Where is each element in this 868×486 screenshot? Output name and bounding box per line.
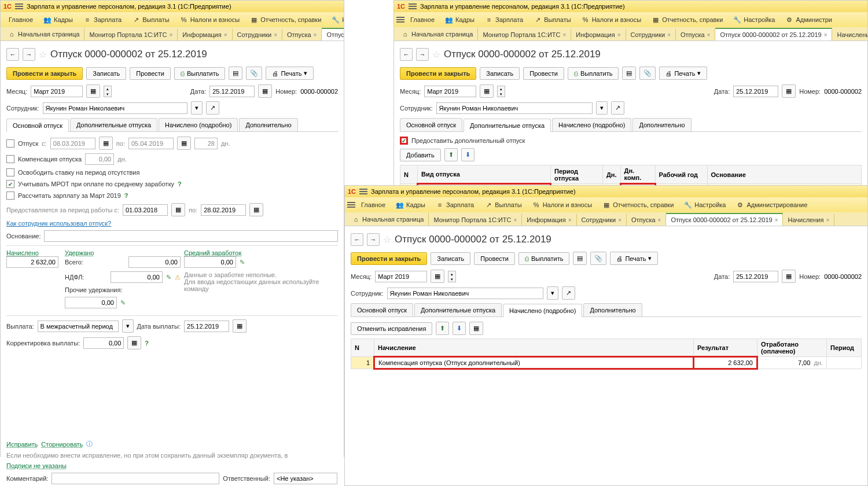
fld-month[interactable] (31, 86, 83, 97)
formtab-accrued[interactable]: Начислено (подробно) (159, 118, 238, 131)
fld-comment[interactable] (52, 473, 219, 484)
btn-add[interactable]: Добавить (400, 149, 441, 161)
btn-pay[interactable]: ⎙Выплатить (174, 67, 225, 80)
fld-reason[interactable] (44, 230, 338, 242)
formtab-more[interactable]: Дополнительно (239, 118, 297, 131)
fld-from[interactable] (50, 138, 95, 149)
close-icon[interactable]: × (169, 32, 172, 38)
show-icon[interactable]: ▦ (469, 322, 483, 335)
tab-info[interactable]: Информация× (178, 29, 232, 41)
btn-attach[interactable]: 📎 (246, 67, 262, 80)
nav-fwd[interactable]: → (416, 48, 429, 61)
formtab-main[interactable]: Основной отпуск (6, 119, 69, 132)
hamburger-icon[interactable] (396, 17, 404, 23)
btn-proceed-close[interactable]: Провести и закрыть (6, 67, 83, 80)
month-picker-icon[interactable]: ▦ (86, 84, 100, 98)
fld-p2[interactable] (201, 204, 246, 216)
tab-doc[interactable]: Отпуск 0000-000002 от 25.12.2019× (322, 28, 344, 41)
nav-fwd[interactable]: → (367, 233, 380, 246)
menu-nastroika[interactable]: 🔧Настройка (327, 14, 344, 25)
month-spinner[interactable]: ▴▾ (104, 86, 112, 97)
nav-back[interactable]: ← (400, 48, 413, 61)
hamburger-icon[interactable] (15, 3, 23, 9)
menu-main[interactable]: Главное (4, 14, 38, 25)
link-avg[interactable]: Средний заработок (184, 249, 338, 256)
star-icon[interactable]: ☆ (432, 49, 440, 60)
calendar-icon[interactable]: ▦ (177, 137, 191, 150)
calendar-icon[interactable]: ▦ (249, 203, 263, 216)
chk-free[interactable] (6, 168, 14, 176)
nav-back[interactable]: ← (351, 233, 363, 246)
fld-p1[interactable] (123, 204, 168, 216)
move-up-icon[interactable]: ⬆ (436, 322, 449, 335)
fld-date[interactable] (209, 86, 255, 97)
fld-corr[interactable] (83, 337, 124, 349)
nav-fwd[interactable]: → (23, 48, 35, 61)
close-icon[interactable]: × (314, 32, 317, 38)
hamburger-icon[interactable] (359, 189, 367, 194)
edit-icon[interactable]: ✎ (166, 274, 171, 281)
chk-comp[interactable] (6, 155, 14, 163)
formtab-accrued[interactable]: Начислено (подробно) (503, 304, 582, 317)
edit-icon[interactable]: ✎ (120, 299, 126, 307)
link-sign[interactable]: Подписи не указаны (6, 462, 67, 469)
chk-mrot[interactable]: ✔ (6, 180, 14, 188)
menu-zarplata[interactable]: ≡Зарплата (79, 14, 126, 25)
chk-vacation[interactable] (6, 139, 14, 148)
cell-result[interactable]: 2 632,00 (694, 357, 757, 369)
fld-paywhen[interactable] (38, 321, 119, 332)
btn-fill[interactable]: ▤ (229, 67, 242, 80)
menu-nalogi[interactable]: %Налоги и взносы (175, 14, 245, 25)
fld-to[interactable] (128, 138, 174, 149)
fld-emp[interactable] (43, 102, 187, 114)
open-icon[interactable]: ↗ (206, 101, 219, 115)
fld-resp[interactable] (274, 473, 337, 484)
dropdown-icon[interactable]: ▾ (191, 101, 203, 115)
link-hold[interactable]: Удержано (65, 249, 181, 256)
menu-otchet[interactable]: ▦Отчетность, справки (245, 14, 326, 25)
calendar-icon[interactable]: ▦ (258, 84, 272, 98)
move-down-icon[interactable]: ⬇ (453, 322, 466, 335)
help-icon[interactable]: ? (124, 192, 128, 199)
calc-icon[interactable]: ▦ (127, 336, 141, 349)
help-icon[interactable]: ? (178, 181, 182, 187)
hamburger-icon[interactable] (409, 3, 417, 9)
link-fix[interactable]: Исправить (6, 441, 38, 448)
chk-recalc[interactable] (6, 192, 14, 200)
calendar-icon[interactable]: ▦ (99, 137, 113, 150)
formtab-extra[interactable]: Дополнительные отпуска (464, 119, 551, 132)
fld-days[interactable] (194, 138, 218, 149)
link-how-used[interactable]: Как сотрудник использовал отпуск? (6, 220, 111, 227)
help-icon[interactable]: ? (145, 340, 149, 347)
edit-icon[interactable]: ✎ (240, 259, 245, 266)
cell-accrual-name[interactable]: Компенсация отпуска (Отпуск дополнительн… (374, 357, 694, 369)
menu-kadry[interactable]: 👥Кадры (39, 14, 78, 25)
table-row[interactable]: 1 Компенсация отпуска (Отпуск дополнител… (351, 357, 862, 369)
tab-monitor[interactable]: Монитор Портала 1С:ИТС× (84, 29, 178, 41)
calendar-icon[interactable]: ▦ (233, 319, 247, 333)
close-icon[interactable]: × (274, 32, 277, 38)
nav-back[interactable]: ← (6, 48, 19, 61)
link-accrued[interactable]: Начислено (6, 249, 61, 256)
menu-vyplaty[interactable]: ↗Выплаты (127, 14, 174, 25)
btn-print[interactable]: 🖨Печать▾ (266, 67, 314, 80)
move-up-icon[interactable]: ⬆ (444, 148, 458, 161)
move-down-icon[interactable]: ⬇ (461, 148, 475, 161)
calendar-icon[interactable]: ▦ (171, 203, 185, 216)
star-icon[interactable]: ☆ (39, 49, 47, 60)
tab-emp[interactable]: Сотрудники× (233, 29, 282, 41)
logo-1c: 1C (348, 188, 356, 195)
link-storno[interactable]: Сторнировать (41, 441, 83, 448)
btn-proceed-close[interactable]: Провести и закрыть (400, 67, 476, 80)
close-icon[interactable]: × (224, 32, 227, 38)
fld-paydate[interactable] (184, 321, 229, 332)
formtab-extra[interactable]: Дополнительные отпуска (70, 118, 157, 131)
tab-vac[interactable]: Отпуска× (282, 29, 322, 41)
chk-grant-extra[interactable]: ✔ (400, 137, 408, 145)
btn-cancel-fix[interactable]: Отменить исправления (351, 322, 432, 335)
dropdown-icon[interactable]: ▾ (122, 319, 134, 333)
fld-comp[interactable] (85, 153, 114, 165)
tab-home[interactable]: ⌂Начальная страница (3, 28, 84, 41)
btn-save[interactable]: Записать (86, 67, 126, 80)
btn-post[interactable]: Провести (130, 67, 171, 80)
